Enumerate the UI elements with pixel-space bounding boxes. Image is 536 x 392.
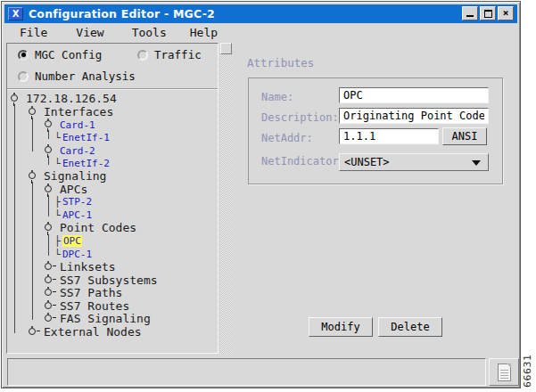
radio-unselected-icon[interactable] <box>18 71 29 82</box>
tree-node-label[interactable]: Interfaces <box>44 105 113 118</box>
radio-traffic[interactable]: Traffic <box>137 48 202 61</box>
delete-button[interactable]: Delete <box>378 317 442 337</box>
splitter-handle[interactable] <box>220 43 232 54</box>
tree-node-stp-2[interactable]: ├STP-2 <box>7 196 218 209</box>
name-input[interactable] <box>339 87 489 103</box>
radio-mgc-config[interactable]: MGC Config <box>18 48 102 61</box>
tree-connector-line <box>48 130 49 139</box>
tree-node-label[interactable]: Point Codes <box>60 221 136 234</box>
tree-expanded-icon[interactable] <box>28 106 37 118</box>
tree-node-label[interactable]: SS7 Paths <box>60 286 122 299</box>
tree-node-card-1[interactable]: Card-1 <box>7 118 218 132</box>
chevron-down-icon[interactable] <box>472 160 481 166</box>
tree-expanded-icon[interactable] <box>44 144 54 156</box>
netaddr-input[interactable] <box>339 128 439 144</box>
configuration-editor-window: X Configuration Editor - MGC-2 × FileVie… <box>1 1 521 388</box>
tree-node-label[interactable]: STP-2 <box>62 196 92 208</box>
modify-button[interactable]: Modify <box>309 317 373 337</box>
tree-node-label[interactable]: APCs <box>60 183 87 196</box>
tree-node-card-2[interactable]: Card-2 <box>7 144 218 158</box>
tree-connector-line <box>32 182 33 320</box>
tree-node-enetif-2[interactable]: └EnetIf-2 <box>7 158 218 171</box>
menu-tools[interactable]: Tools <box>132 26 167 39</box>
tree-node-label[interactable]: OPC <box>62 235 82 247</box>
tree-node-fas-signaling[interactable]: FAS Signaling <box>7 313 218 326</box>
navigation-panel: MGC ConfigTrafficNumber Analysis 172.18.… <box>6 43 219 354</box>
tree-connector-line <box>48 195 49 216</box>
tree-collapsed-icon[interactable] <box>44 300 54 312</box>
tree-node-ss7-paths[interactable]: SS7 Paths <box>7 287 218 300</box>
tree-node-label[interactable]: EnetIf-2 <box>62 158 110 169</box>
tree-branch-connector: └ <box>54 209 62 223</box>
tree-node-label[interactable]: APC-1 <box>62 209 92 221</box>
attributes-panel: Attributes Name:Description:NetAddr:ANSI… <box>232 43 520 354</box>
tree-node-enetif-1[interactable]: └EnetIf-1 <box>7 132 218 145</box>
field-label-netaddr: NetAddr: <box>261 132 313 144</box>
tree-node-opc[interactable]: ├OPC <box>7 235 218 249</box>
minimize-button[interactable] <box>462 6 478 20</box>
tree-expanded-icon[interactable] <box>44 222 54 233</box>
ansi-button[interactable]: ANSI <box>442 127 487 145</box>
maximize-icon <box>484 10 492 18</box>
radio-number-analysis[interactable]: Number Analysis <box>18 69 136 83</box>
tree-collapsed-icon[interactable] <box>28 326 37 338</box>
tree-node-label[interactable]: Signaling <box>44 169 106 183</box>
panel-splitter[interactable] <box>220 43 232 354</box>
tree-branch-connector: └ <box>54 132 62 145</box>
tree-node-interfaces[interactable]: Interfaces <box>7 106 218 119</box>
minimize-icon <box>466 15 474 17</box>
tree-collapsed-icon[interactable] <box>44 261 54 273</box>
tree-node-ss7-routes[interactable]: SS7 Routes <box>7 300 218 314</box>
tree-collapsed-icon[interactable] <box>44 313 54 324</box>
menu-file[interactable]: File <box>20 26 47 39</box>
radio-label: Number Analysis <box>35 69 136 83</box>
radio-label: Traffic <box>154 48 202 61</box>
status-bar <box>7 358 486 386</box>
menubar: FileViewToolsHelp <box>4 23 517 42</box>
menu-view[interactable]: View <box>76 26 103 39</box>
tree-branch-connector: └ <box>54 249 62 262</box>
tree-node-label[interactable]: SS7 Routes <box>60 299 129 313</box>
maximize-button[interactable] <box>480 6 496 20</box>
tree-node-label[interactable]: SS7 Subsystems <box>60 274 158 287</box>
tree-branch-connector: ├ <box>54 235 62 249</box>
tree-expanded-icon[interactable] <box>44 118 54 130</box>
tree-branch-connector: └ <box>54 158 62 171</box>
close-button[interactable]: × <box>498 6 514 20</box>
titlebar[interactable]: X Configuration Editor - MGC-2 × <box>4 4 517 23</box>
field-label-netindicator: NetIndicator: <box>261 155 345 167</box>
tree-node-external-nodes[interactable]: External Nodes <box>7 326 218 339</box>
radio-selected-icon[interactable] <box>18 50 29 61</box>
tree-branch-connector: ├ <box>54 196 62 209</box>
tree-node-label[interactable]: Linksets <box>60 260 116 274</box>
tree-node-label[interactable]: EnetIf-1 <box>62 132 110 143</box>
tree-collapsed-icon[interactable] <box>44 287 54 298</box>
tree-node-label[interactable]: Card-1 <box>60 119 95 131</box>
tree-node-signaling[interactable]: Signaling <box>7 170 218 184</box>
description-input[interactable] <box>339 108 489 124</box>
tree-node-label[interactable]: FAS Signaling <box>60 312 151 325</box>
log-button[interactable] <box>489 358 519 386</box>
tree-node-label[interactable]: Card-2 <box>60 145 95 157</box>
tree-expanded-icon[interactable] <box>44 184 54 195</box>
tree-node-172-18-126-54[interactable]: 172.18.126.54 <box>7 93 218 106</box>
tree-node-apc-1[interactable]: └APC-1 <box>7 209 218 223</box>
tree-expanded-icon[interactable] <box>10 93 20 104</box>
config-mode-selector: MGC ConfigTrafficNumber Analysis <box>7 44 218 89</box>
tree-node-ss7-subsystems[interactable]: SS7 Subsystems <box>7 274 218 288</box>
figure-number: 66631 <box>522 341 535 388</box>
tree-node-label[interactable]: External Nodes <box>44 325 142 339</box>
tree-node-label[interactable]: 172.18.126.54 <box>26 92 117 105</box>
tree-node-dpc-1[interactable]: └DPC-1 <box>7 249 218 262</box>
tree-node-label[interactable]: DPC-1 <box>62 249 92 260</box>
radio-unselected-icon[interactable] <box>137 50 148 61</box>
tree-node-linksets[interactable]: Linksets <box>7 261 218 274</box>
tree-node-apcs[interactable]: APCs <box>7 184 218 197</box>
document-icon <box>498 363 511 381</box>
netindicator-dropdown[interactable]: <UNSET> <box>339 153 489 171</box>
tree-collapsed-icon[interactable] <box>44 274 54 286</box>
menu-help[interactable]: Help <box>190 26 218 39</box>
field-label-description: Description: <box>261 111 339 124</box>
tree-node-point-codes[interactable]: Point Codes <box>7 222 218 235</box>
tree-expanded-icon[interactable] <box>28 170 37 182</box>
